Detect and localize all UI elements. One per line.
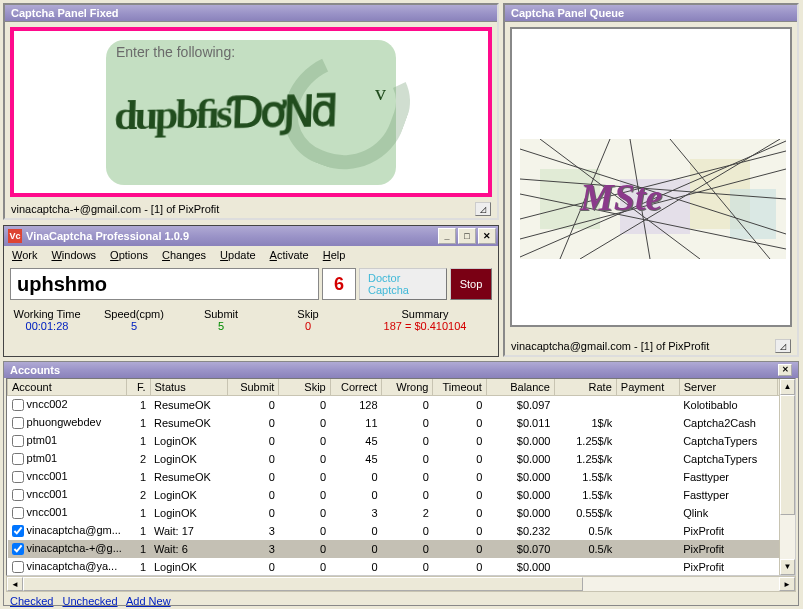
cell: [616, 558, 679, 576]
stat-speed-value: 5: [131, 320, 137, 332]
menu-work[interactable]: Work: [12, 249, 37, 261]
cell: [616, 486, 679, 504]
table-row[interactable]: vncc0021ResumeOK0012800$0.097Kolotibablo: [8, 396, 795, 414]
horizontal-scrollbar[interactable]: ◄ ►: [6, 576, 796, 592]
account-cell[interactable]: vncc002: [8, 396, 127, 414]
cell: $0.232: [486, 522, 554, 540]
cell: 0: [228, 504, 279, 522]
cell: LoginOK: [150, 504, 228, 522]
menu-update[interactable]: Update: [220, 249, 255, 261]
table-row[interactable]: phuongwebdev1ResumeOK001100$0.0111$/kCap…: [8, 414, 795, 432]
accounts-close-button[interactable]: ✕: [778, 364, 792, 376]
cell: LoginOK: [150, 558, 228, 576]
hscroll-thumb[interactable]: [23, 577, 583, 591]
row-checkbox[interactable]: [12, 435, 24, 447]
stat-submit-label: Submit: [204, 308, 238, 320]
menu-activate[interactable]: Activate: [270, 249, 309, 261]
accounts-header-row: AccountF.StatusSubmitSkipCorrectWrongTim…: [8, 379, 795, 396]
cell: 1: [127, 396, 150, 414]
unchecked-link[interactable]: Unchecked: [62, 595, 117, 607]
account-cell[interactable]: vncc001: [8, 504, 127, 522]
captcha-input[interactable]: [10, 268, 319, 300]
stat-speed-label: Speed(cpm): [104, 308, 164, 320]
col-account[interactable]: Account: [8, 379, 127, 396]
menu-windows[interactable]: Windows: [51, 249, 96, 261]
col-header[interactable]: Wrong: [382, 379, 433, 396]
cell: $0.000: [486, 558, 554, 576]
col-header[interactable]: Payment: [616, 379, 679, 396]
col-header[interactable]: Submit: [228, 379, 279, 396]
cell: 1: [127, 522, 150, 540]
cell: [616, 450, 679, 468]
close-button[interactable]: ✕: [478, 228, 496, 244]
scroll-left-button[interactable]: ◄: [7, 577, 23, 591]
minimize-button[interactable]: _: [438, 228, 456, 244]
shrink-icon[interactable]: ◿: [475, 202, 491, 216]
maximize-button[interactable]: □: [458, 228, 476, 244]
row-checkbox[interactable]: [12, 561, 24, 573]
col-header[interactable]: Server: [679, 379, 778, 396]
scroll-track[interactable]: [780, 395, 795, 559]
table-row[interactable]: vinacaptcha@ya...1LoginOK00000$0.000PixP…: [8, 558, 795, 576]
stat-working-time: Working Time 00:01:28: [12, 308, 82, 332]
table-row[interactable]: vncc0011LoginOK00320$0.0000.55$/kQlink: [8, 504, 795, 522]
row-checkbox[interactable]: [12, 543, 24, 555]
table-row[interactable]: vinacaptcha-+@g...1Wait: 630000$0.0700.5…: [8, 540, 795, 558]
col-header[interactable]: Timeout: [433, 379, 486, 396]
row-checkbox[interactable]: [12, 471, 24, 483]
table-row[interactable]: ptm012LoginOK004500$0.0001.25$/kCaptchaT…: [8, 450, 795, 468]
account-cell[interactable]: vncc001: [8, 468, 127, 486]
account-cell[interactable]: phuongwebdev: [8, 414, 127, 432]
cell: LoginOK: [150, 450, 228, 468]
account-cell[interactable]: vinacaptcha@gm...: [8, 522, 127, 540]
account-cell[interactable]: vinacaptcha@ya...: [8, 558, 127, 576]
col-header[interactable]: Correct: [330, 379, 381, 396]
row-checkbox[interactable]: [12, 453, 24, 465]
scroll-right-button[interactable]: ►: [779, 577, 795, 591]
row-checkbox[interactable]: [12, 525, 24, 537]
cell: 0.55$/k: [554, 504, 616, 522]
account-cell[interactable]: vncc001: [8, 486, 127, 504]
account-cell[interactable]: ptm01: [8, 450, 127, 468]
row-checkbox[interactable]: [12, 399, 24, 411]
account-cell[interactable]: vinacaptcha-+@g...: [8, 540, 127, 558]
col-header[interactable]: Status: [150, 379, 228, 396]
table-row[interactable]: vinacaptcha@gm...1Wait: 1730000$0.2320.5…: [8, 522, 795, 540]
vertical-scrollbar[interactable]: ▲ ▼: [779, 379, 795, 575]
table-row[interactable]: vncc0011ResumeOK00000$0.0001.5$/kFasttyp…: [8, 468, 795, 486]
cell: 0: [279, 414, 330, 432]
cell: 2: [127, 486, 150, 504]
menu-options[interactable]: Options: [110, 249, 148, 261]
cell: 0.5/k: [554, 540, 616, 558]
table-row[interactable]: vncc0012LoginOK00000$0.0001.5$/kFasttype…: [8, 486, 795, 504]
cell: [616, 504, 679, 522]
col-header[interactable]: Skip: [279, 379, 330, 396]
titlebar[interactable]: Vc VinaCaptcha Professional 1.0.9 _ □ ✕: [4, 226, 498, 246]
cell: 0: [228, 468, 279, 486]
col-header[interactable]: Balance: [486, 379, 554, 396]
shrink-icon[interactable]: ◿: [775, 339, 791, 353]
checked-link[interactable]: Checked: [10, 595, 53, 607]
add-new-link[interactable]: Add New: [126, 595, 171, 607]
main-window: Vc VinaCaptcha Professional 1.0.9 _ □ ✕ …: [3, 225, 499, 357]
account-cell[interactable]: ptm01: [8, 432, 127, 450]
col-header[interactable]: F.: [127, 379, 150, 396]
row-checkbox[interactable]: [12, 507, 24, 519]
cell: 1.25$/k: [554, 432, 616, 450]
cell: 0: [228, 450, 279, 468]
scroll-down-button[interactable]: ▼: [780, 559, 795, 575]
scroll-thumb[interactable]: [780, 395, 795, 515]
row-checkbox[interactable]: [12, 417, 24, 429]
col-header[interactable]: Rate: [554, 379, 616, 396]
row-checkbox[interactable]: [12, 489, 24, 501]
cell: 0: [382, 486, 433, 504]
scroll-up-button[interactable]: ▲: [780, 379, 795, 395]
cell: 0.5/k: [554, 522, 616, 540]
stop-button[interactable]: Stop: [450, 268, 492, 300]
hscroll-track[interactable]: [23, 577, 779, 591]
captcha-fixed-status-text: vinacaptcha-+@gmail.com - [1] of PixProf…: [11, 203, 219, 215]
doctor-captcha-button[interactable]: Doctor Captcha: [359, 268, 447, 300]
menu-changes[interactable]: Changes: [162, 249, 206, 261]
table-row[interactable]: ptm011LoginOK004500$0.0001.25$/kCaptchaT…: [8, 432, 795, 450]
menu-help[interactable]: Help: [323, 249, 346, 261]
